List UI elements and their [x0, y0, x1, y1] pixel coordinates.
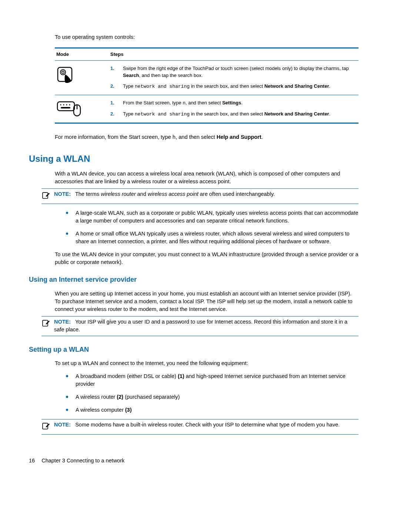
step-text: Swipe from the right edge of the TouchPa…: [123, 65, 359, 79]
wlan-bullet-list: A large-scale WLAN, such as a corporate …: [66, 209, 359, 245]
more-info-text: For more information, from the Start scr…: [55, 133, 359, 141]
note-icon: [41, 318, 54, 334]
header-steps: Steps: [110, 51, 359, 58]
note-icon: [41, 190, 54, 201]
step: 1. From the Start screen, type n, and th…: [110, 100, 359, 107]
mode-cell: [55, 61, 110, 95]
list-item: A large-scale WLAN, such as a corporate …: [66, 209, 359, 225]
setup-bullet-list: A broadband modem (either DSL or cable) …: [66, 372, 359, 414]
page-footer: 16 Chapter 3 Connecting to a network: [29, 457, 359, 464]
note-block: NOTE: Your ISP will give you a user ID a…: [41, 316, 359, 336]
step: 2. Type network and sharing in the searc…: [110, 83, 359, 90]
note-text: NOTE: Your ISP will give you a user ID a…: [54, 318, 359, 334]
heading-using-wlan: Using a WLAN: [29, 153, 359, 165]
note-text: NOTE: The terms wireless router and wire…: [54, 190, 359, 201]
list-item: A broadband modem (either DSL or cable) …: [66, 372, 359, 388]
svg-point-2: [62, 71, 64, 73]
isp-para: When you are setting up Internet access …: [55, 290, 359, 313]
svg-point-4: [60, 104, 61, 105]
svg-point-6: [66, 104, 67, 105]
list-item: A wireless router (2) (purchased separat…: [66, 393, 359, 401]
svg-rect-3: [57, 102, 74, 111]
step-text: Type network and sharing in the search b…: [123, 111, 359, 118]
step: 2. Type network and sharing in the searc…: [110, 111, 359, 118]
mode-cell: [55, 95, 110, 123]
svg-point-5: [63, 104, 64, 105]
table-row: 1. Swipe from the right edge of the Touc…: [55, 61, 359, 95]
note-text: NOTE: Some modems have a built-in wirele…: [54, 421, 359, 432]
touch-icon: [56, 65, 76, 85]
note-block: NOTE: Some modems have a built-in wirele…: [41, 419, 359, 435]
keyboard-mouse-icon: [56, 100, 82, 117]
intro-text: To use operating system controls:: [55, 33, 359, 41]
table-row: 1. From the Start screen, type n, and th…: [55, 95, 359, 123]
heading-isp: Using an Internet service provider: [29, 275, 359, 284]
step-number: 1.: [110, 100, 123, 107]
wlan-para2: To use the WLAN device in your computer,…: [55, 251, 359, 266]
wlan-intro: With a WLAN device, you can access a wir…: [55, 170, 359, 185]
heading-setup-wlan: Setting up a WLAN: [29, 345, 359, 354]
step-number: 2.: [110, 111, 123, 118]
note-block: NOTE: The terms wireless router and wire…: [41, 188, 359, 204]
step-text: From the Start screen, type n, and then …: [123, 100, 359, 107]
page-number: 16: [29, 457, 35, 464]
step-text: Type network and sharing in the search b…: [123, 83, 359, 90]
list-item: A wireless computer (3): [66, 406, 359, 414]
steps-cell: 1. Swipe from the right edge of the Touc…: [110, 61, 359, 95]
step-number: 1.: [110, 65, 123, 79]
setup-intro: To set up a WLAN and connect to the Inte…: [55, 359, 359, 367]
steps-cell: 1. From the Start screen, type n, and th…: [110, 95, 359, 123]
note-icon: [41, 421, 54, 432]
list-item: A home or small office WLAN typically us…: [66, 230, 359, 245]
table-header: Mode Steps: [55, 48, 359, 61]
svg-point-1: [60, 70, 66, 75]
step: 1. Swipe from the right edge of the Touc…: [110, 65, 359, 79]
header-mode: Mode: [55, 51, 110, 58]
controls-table: Mode Steps 1. Swipe from the right edge …: [55, 47, 359, 123]
step-number: 2.: [110, 83, 123, 90]
svg-rect-8: [61, 107, 70, 108]
svg-point-7: [69, 104, 70, 105]
chapter-title: Chapter 3 Connecting to a network: [41, 458, 124, 464]
